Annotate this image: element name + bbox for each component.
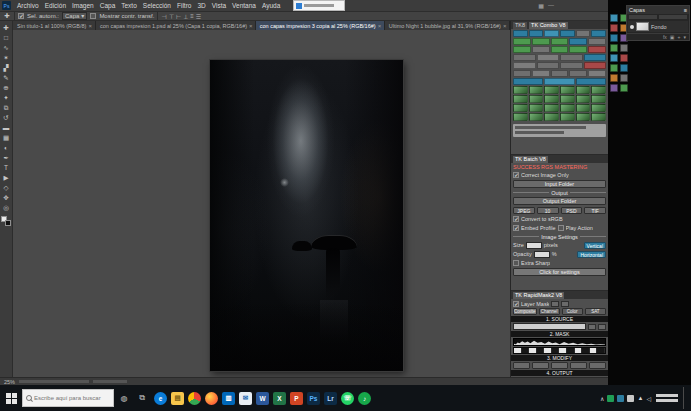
tray-icon[interactable]: [617, 395, 624, 402]
menu-edicion[interactable]: Edición: [42, 2, 69, 9]
menu-ventana[interactable]: Ventana: [229, 2, 259, 9]
store-icon[interactable]: ▥: [220, 387, 237, 409]
shape-tool[interactable]: ◇: [1, 183, 12, 193]
close-icon[interactable]: ×: [249, 23, 253, 29]
close-icon[interactable]: ×: [503, 23, 507, 29]
tk-combo-button[interactable]: [551, 70, 569, 77]
tk-combo-button[interactable]: [513, 38, 531, 45]
tk-combo-button[interactable]: [532, 38, 550, 45]
brush-tool[interactable]: ✦: [1, 93, 12, 103]
tk-combo-button[interactable]: [513, 78, 543, 85]
auto-select-checkbox[interactable]: [18, 13, 24, 19]
layer-row[interactable]: Fondo: [628, 21, 688, 32]
zone-key[interactable]: [567, 348, 575, 353]
dodge-tool[interactable]: ◐: [1, 143, 12, 153]
align-top-icon[interactable]: ⊤: [169, 13, 174, 20]
delete-layer-icon[interactable]: ▾: [683, 34, 686, 40]
panel-icon[interactable]: [610, 24, 618, 32]
horizontal-button[interactable]: Horizontal: [577, 251, 606, 258]
tk-combo-button[interactable]: [576, 78, 606, 85]
cortana-icon[interactable]: ◍: [116, 387, 132, 409]
tk-combo-button[interactable]: [544, 30, 559, 37]
search-input[interactable]: [34, 395, 110, 401]
menu-archivo[interactable]: Archivo: [14, 2, 42, 9]
network-icon[interactable]: ▲: [637, 395, 643, 401]
lightroom-icon[interactable]: Lr: [322, 387, 339, 409]
tk-thumbnail-button[interactable]: [529, 86, 544, 94]
tk-thumbnail-button[interactable]: [529, 113, 544, 121]
document-tab[interactable]: con capas impresion 1.psd al 25% (Capa 1…: [96, 21, 256, 30]
panel-icon[interactable]: [610, 34, 618, 42]
zone-key[interactable]: [582, 348, 590, 353]
fx-icon[interactable]: fx: [663, 34, 667, 40]
mask-option-button[interactable]: [561, 301, 569, 307]
chrome-icon[interactable]: [186, 387, 203, 409]
tk-combo-button[interactable]: [569, 46, 587, 53]
close-icon[interactable]: ×: [88, 23, 92, 29]
eyedropper-tool[interactable]: ✎: [1, 73, 12, 83]
auto-select-dropdown[interactable]: Capa ▾: [62, 12, 87, 20]
zoom-tool[interactable]: ◎: [1, 203, 12, 213]
embed-profile-checkbox[interactable]: [513, 225, 519, 231]
spotify-icon[interactable]: ♪: [356, 387, 373, 409]
tk-combo-button[interactable]: [560, 30, 575, 37]
tk-thumbnail-button[interactable]: [544, 104, 559, 112]
zone-key[interactable]: [544, 348, 552, 353]
close-icon[interactable]: ×: [378, 23, 382, 29]
tk-thumbnail-button[interactable]: [513, 104, 528, 112]
panel-menu-icon[interactable]: ≡: [684, 7, 687, 13]
zone-key[interactable]: [597, 348, 605, 353]
menu-vista[interactable]: Vista: [209, 2, 229, 9]
tk-info-strip[interactable]: [513, 124, 606, 137]
panel-icon[interactable]: [620, 74, 628, 82]
tk-thumbnail-button[interactable]: [529, 104, 544, 112]
tab-channel[interactable]: Channel: [539, 308, 560, 315]
type-tool[interactable]: T: [1, 163, 12, 173]
panel-icon[interactable]: [610, 74, 618, 82]
tk-combo-button[interactable]: [560, 54, 583, 61]
tk-combo-button[interactable]: [576, 30, 591, 37]
tab-color[interactable]: Color: [562, 308, 583, 315]
tab-sat[interactable]: SAT: [585, 308, 606, 315]
format-button-10[interactable]: 10: [537, 207, 559, 214]
crop-tool[interactable]: ▞: [1, 63, 12, 73]
tk-combo-button[interactable]: [537, 54, 560, 61]
menu-filtro[interactable]: Filtro: [174, 2, 194, 9]
clone-stamp-tool[interactable]: ⧉: [1, 103, 12, 113]
tab-tk-rapidmask[interactable]: TK RapidMask2 V8: [513, 292, 564, 299]
tk-thumbnail-button[interactable]: [544, 95, 559, 103]
tk-thumbnail-button[interactable]: [560, 113, 575, 121]
tk-thumbnail-button[interactable]: [560, 86, 575, 94]
workspace-switcher-icon[interactable]: ▦: [538, 2, 544, 9]
correct-image-checkbox[interactable]: [513, 172, 519, 178]
tk-combo-button[interactable]: [513, 70, 531, 77]
tray-icon[interactable]: [607, 395, 614, 402]
size-field[interactable]: [526, 242, 542, 249]
format-button-jpeg[interactable]: JPEG: [513, 207, 535, 214]
tk-combo-button[interactable]: [584, 54, 607, 61]
background-color-swatch[interactable]: [5, 220, 11, 226]
distribute-vertical-icon[interactable]: ☰: [196, 13, 201, 20]
panel-icon[interactable]: [620, 54, 628, 62]
opacity-field[interactable]: [534, 251, 550, 258]
tk-thumbnail-button[interactable]: [576, 95, 591, 103]
tk-thumbnail-button[interactable]: [560, 104, 575, 112]
tk-combo-button[interactable]: [532, 46, 550, 53]
start-button[interactable]: [2, 387, 20, 409]
healing-brush-tool[interactable]: ⊕: [1, 83, 12, 93]
gradient-tool[interactable]: ▦: [1, 133, 12, 143]
eraser-tool[interactable]: ▬: [1, 123, 12, 133]
marquee-tool[interactable]: □: [1, 33, 12, 43]
vertical-button[interactable]: Vertical: [584, 242, 606, 249]
zone-key[interactable]: [559, 348, 567, 353]
tk-combo-button[interactable]: [588, 46, 606, 53]
document-tab[interactable]: Ultimo Night 1 bubble.jpg al 31,9% (RGB/…: [385, 21, 510, 30]
lasso-tool[interactable]: ∿: [1, 43, 12, 53]
volume-icon[interactable]: ◁: [646, 395, 651, 402]
tray-expand-icon[interactable]: ∧: [600, 395, 604, 402]
tab-tk8[interactable]: TK8: [513, 22, 527, 29]
tk-thumbnail-button[interactable]: [513, 113, 528, 121]
tk-thumbnail-button[interactable]: [544, 86, 559, 94]
photoshop-icon[interactable]: Ps: [305, 387, 322, 409]
zone-key[interactable]: [537, 348, 545, 353]
